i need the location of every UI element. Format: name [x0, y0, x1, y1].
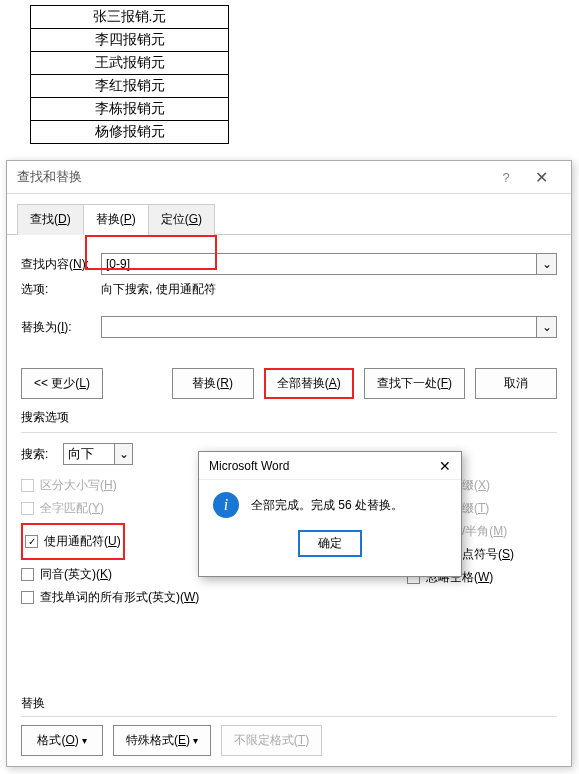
msgbox-close-button[interactable]: ✕	[427, 458, 451, 474]
tab-goto[interactable]: 定位(G)	[148, 204, 215, 235]
no-format-button: 不限定格式(T)	[221, 725, 322, 756]
msgbox-ok-button[interactable]: 确定	[298, 530, 362, 557]
special-format-button[interactable]: 特殊格式(E)	[113, 725, 211, 756]
replace-button[interactable]: 替换(R)	[172, 368, 254, 399]
message-box: Microsoft Word ✕ i 全部完成。完成 56 处替换。 确定	[198, 451, 462, 577]
search-direction-select[interactable]: ⌄	[63, 443, 133, 465]
info-icon: i	[213, 492, 239, 518]
table-cell: 李红报销元	[31, 75, 229, 98]
options-value: 向下搜索, 使用通配符	[101, 281, 216, 298]
replace-input[interactable]	[101, 316, 537, 338]
document-table: 张三报销.元 李四报销元 王武报销元 李红报销元 李栋报销元 杨修报销元	[30, 5, 229, 144]
help-button[interactable]: ?	[491, 170, 521, 185]
options-label: 选项:	[21, 281, 101, 298]
format-button[interactable]: 格式(O)	[21, 725, 103, 756]
cancel-button[interactable]: 取消	[475, 368, 557, 399]
tabs: 查找(D) 替换(P) 定位(G)	[17, 204, 571, 235]
replace-all-button[interactable]: 全部替换(A)	[264, 368, 354, 399]
find-next-button[interactable]: 查找下一处(F)	[364, 368, 465, 399]
msgbox-title: Microsoft Word	[209, 459, 289, 473]
tab-replace[interactable]: 替换(P)	[83, 204, 149, 235]
replace-label: 替换为(I):	[21, 319, 101, 336]
find-input-combo: ⌄	[101, 253, 557, 275]
find-input[interactable]	[101, 253, 537, 275]
chevron-down-icon[interactable]: ⌄	[115, 443, 133, 465]
close-button[interactable]: ✕	[521, 168, 561, 187]
replace-section-label: 替换	[21, 695, 557, 712]
table-cell: 张三报销.元	[31, 6, 229, 29]
table-cell: 杨修报销元	[31, 121, 229, 144]
dialog-titlebar: 查找和替换 ? ✕	[7, 161, 571, 194]
table-cell: 王武报销元	[31, 52, 229, 75]
replace-input-combo: ⌄	[101, 316, 557, 338]
less-button[interactable]: << 更少(L)	[21, 368, 103, 399]
search-direction-input[interactable]	[63, 443, 115, 465]
tab-find[interactable]: 查找(D)	[17, 204, 84, 235]
search-options-label: 搜索选项	[21, 409, 557, 426]
msgbox-text: 全部完成。完成 56 处替换。	[251, 497, 403, 514]
table-cell: 李栋报销元	[31, 98, 229, 121]
find-label: 查找内容(N):	[21, 256, 101, 273]
all-forms-checkbox[interactable]: 查找单词的所有形式(英文)(W)	[21, 589, 407, 606]
replace-dropdown-arrow[interactable]: ⌄	[537, 316, 557, 338]
wildcards-checkbox[interactable]: 使用通配符(U)	[25, 533, 121, 550]
table-cell: 李四报销元	[31, 29, 229, 52]
find-dropdown-arrow[interactable]: ⌄	[537, 253, 557, 275]
dialog-title: 查找和替换	[17, 168, 82, 186]
search-dir-label: 搜索:	[21, 446, 63, 463]
